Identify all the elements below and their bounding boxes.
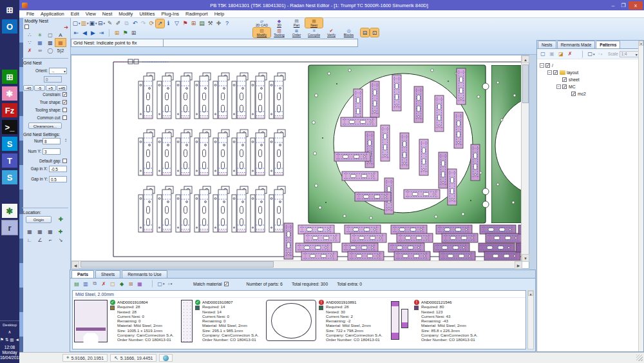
info-icon[interactable]: ℹ [164, 19, 173, 28]
text-icon[interactable]: A [55, 31, 66, 39]
view-mode-dropdown[interactable]: ▢ [157, 280, 165, 288]
grid-edit-icon[interactable]: ⊞ [113, 29, 121, 37]
radan-active[interactable]: r [2, 221, 17, 235]
nest-flower-icon[interactable]: ✳ [35, 31, 45, 39]
num-x-field[interactable]: 8 [43, 138, 61, 144]
undo-icon[interactable]: ↶ [131, 19, 139, 28]
paint[interactable]: ✱ [2, 86, 17, 101]
network-icon[interactable]: ⇅ [5, 337, 8, 342]
menu-item[interactable]: Help [211, 11, 227, 17]
exit-icon[interactable]: ➔ [64, 25, 68, 30]
menu-item[interactable]: Plug-Ins [158, 11, 183, 17]
module-button[interactable]: ◆ 3D [270, 18, 288, 28]
grid-center-icon[interactable]: ▦ [35, 228, 45, 236]
material-group-header[interactable]: Mild Steel, 2.00mm [73, 291, 526, 298]
panel-checkbox[interactable] [24, 25, 29, 29]
split-horizontal-toggle[interactable]: ⊟ [361, 28, 369, 37]
filter-icon[interactable]: ▽ [173, 19, 181, 28]
menu-item[interactable]: Edit [68, 11, 82, 17]
skype-business[interactable]: S [2, 170, 17, 184]
module-button[interactable]: ▧ Modify [253, 28, 270, 37]
grid-blue-icon[interactable]: ▦ [35, 39, 45, 46]
start[interactable]: ⊞ [2, 3, 17, 17]
grid-fill-icon[interactable]: ⊞ [129, 29, 138, 37]
new-pattern-icon[interactable]: ▢ [539, 50, 547, 58]
angle-step-button[interactable]: +5 [46, 85, 56, 91]
chrome[interactable] [2, 36, 17, 50]
layers-icon[interactable]: ▤ [198, 19, 206, 28]
menu-item[interactable]: Nest [99, 11, 115, 17]
angle-step-button[interactable]: -45 [23, 85, 33, 91]
part-card[interactable]: AND0001910807 Required: 14 Nested: 14 Cu… [181, 300, 262, 342]
tree-checkbox[interactable] [562, 77, 567, 82]
next-icon[interactable]: ▶ [89, 29, 97, 37]
scale-select[interactable]: 1:4 [620, 51, 639, 57]
import-part-icon[interactable]: ▥ [82, 280, 90, 288]
tree-item-mc[interactable]: − MC [556, 83, 643, 90]
option-checkbox[interactable] [62, 108, 67, 112]
module-button[interactable]: ▱ 2D CAD [253, 18, 270, 28]
part-card[interactable]: AND0002121546 Required: 80 Nested: 123 C… [390, 300, 481, 342]
num-y-field[interactable]: 3 [43, 148, 61, 155]
angle-step-button[interactable]: -5 [34, 85, 44, 91]
report-icon[interactable]: ▦ [136, 280, 144, 288]
print-icon[interactable]: ⊟ [97, 19, 106, 28]
tree-item-mc2[interactable]: mc2 [565, 90, 643, 97]
default-gap-checkbox[interactable] [62, 159, 67, 163]
resize-grip[interactable] [636, 355, 643, 361]
tools-icon[interactable]: ⚒ [206, 19, 214, 28]
cube-icon[interactable]: ◆ [118, 280, 126, 288]
open-folder-icon[interactable]: ◪ [557, 50, 565, 58]
match-material-checkbox[interactable] [224, 282, 229, 286]
flag-icon[interactable]: ⚑ [0, 337, 4, 342]
delete-icon[interactable]: ✗ [24, 46, 35, 54]
module-button[interactable]: ▥ Tooling [270, 28, 288, 37]
scroll-up-icon[interactable]: ▲ [639, 41, 643, 46]
save-pattern-icon[interactable]: ▣ [548, 50, 556, 58]
corner-tl-icon[interactable]: ⌐ [45, 236, 55, 244]
edit-icon[interactable]: ✐ [114, 19, 122, 28]
copy-icon[interactable]: ⧉ [122, 19, 131, 28]
scroll-right-icon[interactable]: ▶ [515, 261, 522, 269]
folder-icon[interactable]: ▢ [109, 280, 117, 288]
part-card[interactable]: AND0001910891 Required: 28 Nested: 30 Cu… [266, 300, 386, 342]
command-prompt-bar[interactable]: Grid Nest: Indicate point to fix [71, 39, 358, 47]
delete-pattern-icon[interactable]: ✗ [566, 50, 574, 58]
minimize-button[interactable]: – [608, 3, 618, 8]
grid-point-icon[interactable]: ⚑ [121, 29, 129, 37]
open-icon[interactable]: ▥ [80, 19, 89, 28]
panel-tab[interactable]: Patterns [596, 41, 620, 48]
skype[interactable]: S [2, 137, 17, 151]
system-clock[interactable]: 12:08 Monday 16/04/2018 [0, 345, 19, 363]
chain-icon[interactable]: ∞ [35, 46, 45, 54]
view-dropdown[interactable]: ▢ [587, 50, 595, 58]
teams[interactable]: T [2, 153, 17, 168]
tree-item-sheet[interactable]: sheet [556, 76, 643, 83]
table-icon[interactable]: ⊞ [127, 280, 135, 288]
pick-arrow-icon[interactable]: ↗ [156, 19, 164, 28]
folder[interactable] [2, 187, 17, 201]
corner-bl-icon[interactable]: ∟ [24, 236, 35, 244]
draw-icon[interactable]: ✎ [106, 19, 114, 28]
pan-icon[interactable]: ✚ [214, 19, 223, 28]
panel-tab[interactable]: Remnants Made [557, 41, 596, 48]
arrow-dr-icon[interactable]: ↘ [55, 236, 66, 244]
orient-select[interactable]: → [49, 68, 67, 74]
panel-tab[interactable]: Sheets [95, 270, 120, 278]
tree-checkbox[interactable] [562, 84, 567, 89]
gap-x-field[interactable]: -0.5 [49, 166, 67, 172]
prev-icon[interactable]: ◀ [80, 29, 89, 37]
origin-button[interactable]: Origin [26, 216, 52, 223]
panel-tab[interactable]: Nests [538, 41, 556, 48]
close-button[interactable]: x [629, 1, 643, 10]
tree-checkbox[interactable] [545, 63, 550, 68]
module-button[interactable]: ≣ Order [288, 28, 305, 37]
filter-dropdown[interactable]: ▫ [596, 50, 604, 58]
module-button[interactable]: ✔ Verify [323, 28, 340, 37]
scrollbar-thumb[interactable] [522, 64, 529, 103]
angle-field[interactable]: 0 [44, 76, 62, 83]
move-cross-icon[interactable]: ✚ [55, 228, 66, 236]
option-checkbox[interactable] [62, 100, 67, 104]
ratio-icon[interactable]: 5|2 [55, 46, 66, 54]
new-icon[interactable]: ▢ [72, 19, 80, 28]
